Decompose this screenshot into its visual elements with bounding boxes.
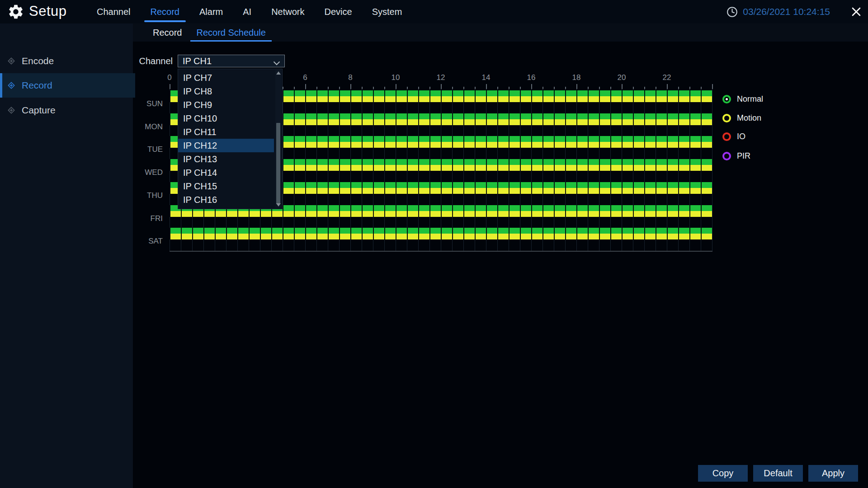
nav-item-system[interactable]: System xyxy=(372,0,402,23)
legend-label: Motion xyxy=(737,113,761,123)
dropdown-option-ip-ch12[interactable]: IP CH12 xyxy=(178,139,274,152)
scrollbar-thumb[interactable] xyxy=(276,123,280,204)
chevron-down-icon xyxy=(273,59,280,64)
channel-dropdown: IP CH7IP CH8IP CH9IP CH10IP CH11IP CH12I… xyxy=(178,69,283,209)
datetime-display: 03/26/2021 10:24:15 xyxy=(743,6,830,17)
nav-item-alarm[interactable]: Alarm xyxy=(199,0,223,23)
hour-tick xyxy=(667,84,668,89)
radio-normal-icon[interactable] xyxy=(722,95,731,103)
close-icon[interactable] xyxy=(851,6,862,17)
hour-label-14: 14 xyxy=(482,73,491,82)
nav-item-channel[interactable]: Channel xyxy=(97,0,131,23)
dropdown-option-ip-ch7[interactable]: IP CH7 xyxy=(178,71,274,84)
gear-icon xyxy=(7,3,24,20)
hour-label-10: 10 xyxy=(392,73,400,82)
schedule-bar-normal-sat[interactable] xyxy=(170,228,712,234)
dropdown-option-ip-ch16[interactable]: IP CH16 xyxy=(178,193,274,206)
dropdown-option-ip-ch13[interactable]: IP CH13 xyxy=(178,152,274,166)
sidebar-item-label: Record xyxy=(22,80,52,91)
legend-item-motion[interactable]: Motion xyxy=(722,113,761,123)
dropdown-option-ip-ch10[interactable]: IP CH10 xyxy=(178,112,274,125)
hour-label-6: 6 xyxy=(303,73,307,82)
header-bar: Setup ChannelRecordAlarmAINetworkDeviceS… xyxy=(0,0,868,23)
default-button[interactable]: Default xyxy=(753,465,803,482)
hour-label-16: 16 xyxy=(527,73,536,82)
tab-record[interactable]: Record xyxy=(153,23,182,42)
diamond-icon xyxy=(6,80,16,90)
dropdown-option-ip-ch9[interactable]: IP CH9 xyxy=(178,98,274,112)
grid-baseline xyxy=(170,251,712,252)
channel-select[interactable]: IP CH1 xyxy=(178,55,285,67)
hour-label-20: 20 xyxy=(618,73,626,82)
sidebar-item-encode[interactable]: Encode xyxy=(0,49,133,73)
hour-tick xyxy=(350,84,351,89)
dropdown-scrollbar[interactable] xyxy=(275,70,281,208)
diamond-icon xyxy=(6,105,16,115)
clock-icon xyxy=(726,6,738,18)
setup-window: Setup ChannelRecordAlarmAINetworkDeviceS… xyxy=(0,0,868,488)
channel-select-value: IP CH1 xyxy=(183,56,212,66)
hour-label-8: 8 xyxy=(348,73,352,82)
hour-tick xyxy=(622,84,623,89)
nav-item-record[interactable]: Record xyxy=(151,0,179,23)
top-nav: ChannelRecordAlarmAINetworkDeviceSystem xyxy=(97,0,402,23)
hour-tick xyxy=(396,84,396,89)
page-title: Setup xyxy=(29,0,67,23)
legend-item-pir[interactable]: PIR xyxy=(722,151,750,161)
sidebar: EncodeRecordCapture xyxy=(0,23,133,488)
nav-item-network[interactable]: Network xyxy=(271,0,304,23)
copy-button[interactable]: Copy xyxy=(698,465,748,482)
hour-tick xyxy=(441,84,442,89)
hour-tick xyxy=(486,84,487,89)
legend-item-io[interactable]: IO xyxy=(722,131,745,142)
apply-button[interactable]: Apply xyxy=(808,465,858,482)
nav-item-ai[interactable]: AI xyxy=(243,0,251,23)
hour-label-22: 22 xyxy=(663,73,671,82)
header-right: 03/26/2021 10:24:15 xyxy=(726,0,862,23)
sidebar-item-record[interactable]: Record xyxy=(0,73,135,98)
hour-label-12: 12 xyxy=(437,73,445,82)
channel-label: Channel xyxy=(127,56,173,66)
hour-tick xyxy=(531,84,532,89)
nav-item-device[interactable]: Device xyxy=(325,0,352,23)
sidebar-item-label: Encode xyxy=(22,56,54,66)
legend-label: IO xyxy=(737,132,745,141)
hour-tick xyxy=(576,84,577,89)
dropdown-option-ip-ch11[interactable]: IP CH11 xyxy=(178,125,274,139)
scroll-up-icon[interactable] xyxy=(276,71,281,75)
footer-actions: CopyDefaultApply xyxy=(698,465,858,482)
hour-tick xyxy=(712,84,713,89)
hour-tick xyxy=(305,84,306,89)
tab-record-schedule[interactable]: Record Schedule xyxy=(196,23,265,42)
scroll-down-icon[interactable] xyxy=(276,203,281,206)
legend-label: PIR xyxy=(737,151,750,161)
legend-label: Normal xyxy=(737,94,763,104)
radio-io-icon[interactable] xyxy=(722,132,731,141)
sidebar-item-capture[interactable]: Capture xyxy=(0,98,133,122)
sidebar-item-label: Capture xyxy=(22,105,56,116)
diamond-icon xyxy=(6,56,16,66)
radio-pir-icon[interactable] xyxy=(722,152,731,160)
legend-item-normal[interactable]: Normal xyxy=(722,94,763,104)
dropdown-option-ip-ch15[interactable]: IP CH15 xyxy=(178,179,274,193)
dropdown-option-ip-ch14[interactable]: IP CH14 xyxy=(178,166,274,179)
schedule-bar-motion-fri[interactable] xyxy=(170,211,712,217)
content-tabs: RecordRecord Schedule xyxy=(133,23,868,42)
radio-motion-icon[interactable] xyxy=(722,114,731,122)
hour-label-18: 18 xyxy=(572,73,581,82)
hour-label-0: 0 xyxy=(167,73,171,82)
dropdown-option-ip-ch8[interactable]: IP CH8 xyxy=(178,84,274,98)
schedule-bar-motion-sat[interactable] xyxy=(170,234,712,239)
channel-dropdown-list: IP CH7IP CH8IP CH9IP CH10IP CH11IP CH12I… xyxy=(178,71,274,206)
hour-tick xyxy=(170,84,170,89)
